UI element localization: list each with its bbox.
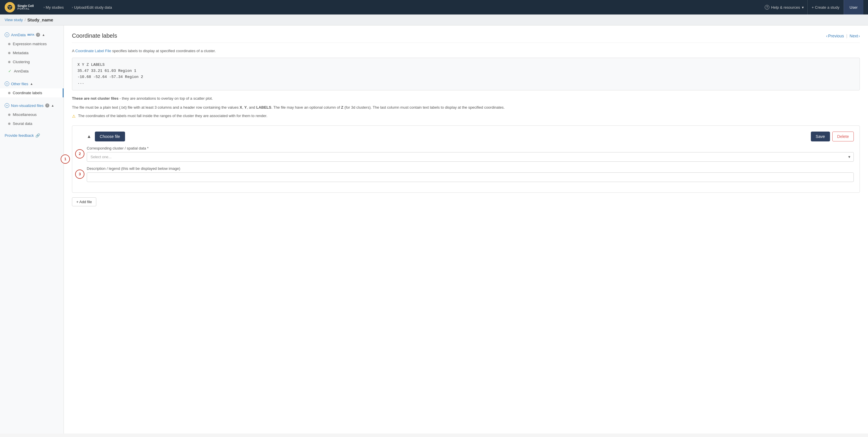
cluster-field-label: Corresponding cluster / spatial data * [87, 146, 854, 150]
step-badge-1: 1 [61, 155, 70, 164]
breadcrumb-separator: / [25, 18, 26, 22]
previous-button[interactable]: ‹ Previous [826, 34, 844, 38]
breadcrumb: View study / Study_name [0, 14, 868, 26]
sidebar-header-anndata[interactable]: + AnnData BETA ? ▲ [0, 30, 64, 39]
pagination-separator: | [846, 34, 847, 38]
delete-button[interactable]: Delete [832, 132, 854, 141]
choose-file-button[interactable]: Choose file [95, 132, 125, 141]
help-resources-button[interactable]: ? Help & resources ▾ [761, 5, 807, 9]
info-text-1: These are not cluster files - they are a… [72, 96, 860, 102]
status-dot-icon [8, 123, 10, 125]
code-line-4: ... [78, 80, 855, 86]
sidebar-item-miscellaneous[interactable]: Miscellaneous [0, 110, 64, 119]
sidebar-header-other-files[interactable]: + Other files ▲ [0, 79, 64, 89]
link-icon: 🔗 [35, 133, 40, 138]
sidebar-section-anndata: + AnnData BETA ? ▲ Expression matrices M… [0, 28, 64, 77]
chevron-up-icon: ▲ [30, 82, 33, 86]
sidebar-item-anndata[interactable]: ✓ AnnData [0, 66, 64, 76]
form-section: 1 ▲ Choose file Save Delete [72, 126, 860, 193]
status-dot-icon [8, 52, 10, 54]
svg-point-2 [10, 6, 11, 7]
code-line-1: X Y Z LABELS [78, 62, 855, 68]
form-top-row: ▲ Choose file Save Delete [87, 132, 854, 141]
chevron-left-icon: ‹ [826, 34, 828, 38]
form-left-controls: ▲ Choose file [87, 132, 125, 141]
step-badge-3: 3 [75, 170, 85, 179]
cluster-select[interactable]: Select one... [87, 152, 854, 162]
cluster-select-wrapper: Select one... [87, 152, 854, 162]
view-study-link[interactable]: View study [5, 18, 23, 22]
plus-icon: + [5, 81, 9, 86]
chevron-icon: › [43, 6, 44, 9]
page-title: Coordinate labels [72, 32, 117, 39]
form-right-controls: Save Delete [811, 132, 854, 141]
create-study-button[interactable]: + Create a study [807, 0, 844, 14]
sidebar: + AnnData BETA ? ▲ Expression matrices M… [0, 26, 64, 434]
nav-my-studies[interactable]: › My studies [39, 0, 68, 14]
sidebar-section-non-visualized: + Non-visualized files ? ▲ Miscellaneous… [0, 99, 64, 130]
plus-icon: + [5, 32, 9, 37]
save-button[interactable]: Save [811, 132, 830, 141]
sidebar-item-clustering[interactable]: Clustering [0, 57, 64, 66]
add-file-button[interactable]: + Add file [72, 197, 96, 206]
plus-icon: + [5, 103, 9, 108]
page-header: Coordinate labels ‹ Previous | Next › [72, 32, 860, 43]
add-file-section: + Add file [72, 197, 860, 206]
nav-upload-edit[interactable]: › Upload/Edit study data [68, 0, 116, 14]
description-input[interactable] [87, 172, 854, 182]
code-line-3: -10.68 -52.64 -57.34 Region 2 [78, 74, 855, 80]
pagination-nav: ‹ Previous | Next › [826, 34, 860, 38]
status-dot-icon [8, 113, 10, 116]
cluster-field: 2 Corresponding cluster / spatial data *… [87, 146, 854, 162]
dropdown-arrow-icon: ▾ [802, 5, 804, 9]
code-example-block: X Y Z LABELS 35.47 33.21 61.03 Region 1 … [72, 58, 860, 91]
collapse-icon[interactable]: ▲ [87, 134, 91, 139]
svg-point-1 [8, 6, 9, 7]
help-icon: ? [45, 103, 49, 107]
content-area: Coordinate labels ‹ Previous | Next › A … [64, 26, 868, 434]
next-button[interactable]: Next › [850, 34, 860, 38]
provide-feedback-link[interactable]: Provide feedback 🔗 [0, 130, 64, 140]
sidebar-item-expression-matrices[interactable]: Expression matrices [0, 39, 64, 48]
sidebar-item-metadata[interactable]: Metadata [0, 48, 64, 57]
svg-point-3 [9, 7, 10, 9]
info-text-2: The file must be a plain text (.txt) fil… [72, 105, 860, 111]
description-field-label: Description / legend (this will be displ… [87, 166, 854, 171]
status-dot-icon [8, 92, 10, 94]
question-icon: ? [765, 5, 769, 9]
sidebar-header-non-visualized[interactable]: + Non-visualized files ? ▲ [0, 101, 64, 110]
svg-point-0 [7, 5, 12, 10]
step-badge-2: 2 [75, 149, 85, 159]
top-navigation: Single Cell PORTAL › My studies › Upload… [0, 0, 868, 14]
user-menu-button[interactable]: User [844, 0, 863, 14]
main-layout: + AnnData BETA ? ▲ Expression matrices M… [0, 26, 868, 434]
code-line-2: 35.47 33.21 61.03 Region 1 [78, 68, 855, 74]
brand-logo[interactable]: Single Cell PORTAL [5, 2, 34, 12]
description-field: 3 Description / legend (this will be dis… [87, 166, 854, 182]
warning-text: ⚠ The coordinates of the labels must fal… [72, 113, 860, 119]
check-icon: ✓ [8, 69, 11, 73]
logo-icon [5, 2, 15, 12]
sidebar-section-other-files: + Other files ▲ Coordinate labels [0, 77, 64, 99]
status-dot-icon [8, 61, 10, 63]
description-text: A Coordinate Label File specifies labels… [72, 49, 860, 53]
chevron-right-icon: › [859, 34, 860, 38]
brand-text: Single Cell PORTAL [18, 4, 34, 10]
warning-icon: ⚠ [72, 114, 76, 119]
sidebar-item-seurat-data[interactable]: Seurat data [0, 119, 64, 128]
chevron-icon: › [72, 6, 73, 9]
chevron-up-icon: ▲ [51, 104, 54, 107]
status-dot-icon [8, 43, 10, 45]
beta-badge: BETA [28, 33, 34, 36]
chevron-up-icon: ▲ [42, 33, 45, 36]
help-icon: ? [36, 33, 40, 37]
study-name: Study_name [27, 18, 53, 22]
coordinate-label-file-link[interactable]: Coordinate Label File [75, 49, 112, 53]
sidebar-item-coordinate-labels[interactable]: Coordinate labels [0, 89, 64, 97]
